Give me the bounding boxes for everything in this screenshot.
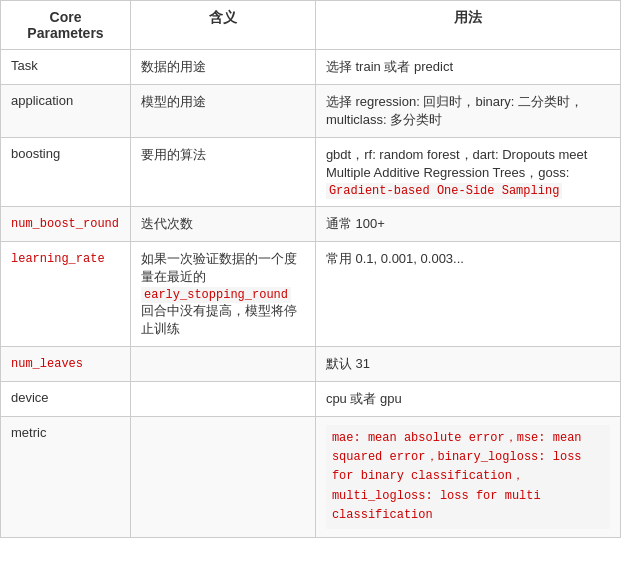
usage-cell: 选择 regression: 回归时，binary: 二分类时，multicla… [315, 85, 620, 138]
meaning-cell: 迭代次数 [130, 207, 315, 242]
usage-cell: gbdt，rf: random forest，dart: Dropouts me… [315, 138, 620, 207]
table-row: application模型的用途选择 regression: 回归时，binar… [1, 85, 621, 138]
param-cell: metric [1, 417, 131, 538]
param-name-code: num_leaves [11, 357, 83, 371]
table-row: boosting要用的算法gbdt，rf: random forest，dart… [1, 138, 621, 207]
meaning-cell [130, 347, 315, 382]
param-cell: learning_rate [1, 242, 131, 347]
param-name-code: num_boost_round [11, 217, 119, 231]
param-cell: Task [1, 50, 131, 85]
goss-code: Gradient-based One-Side Sampling [326, 183, 562, 199]
usage-cell: 默认 31 [315, 347, 620, 382]
header-meaning: 含义 [130, 1, 315, 50]
param-cell: num_boost_round [1, 207, 131, 242]
usage-cell: 通常 100+ [315, 207, 620, 242]
early-stopping-code: early_stopping_round [141, 287, 291, 303]
header-param: Core Parameters [1, 1, 131, 50]
usage-cell: 常用 0.1, 0.001, 0.003... [315, 242, 620, 347]
param-cell: application [1, 85, 131, 138]
table-row: Task数据的用途选择 train 或者 predict [1, 50, 621, 85]
param-cell: num_leaves [1, 347, 131, 382]
param-cell: boosting [1, 138, 131, 207]
usage-cell: mae: mean absolute error，mse: mean squar… [315, 417, 620, 538]
meaning-cell [130, 382, 315, 417]
param-cell: device [1, 382, 131, 417]
table-row: metricmae: mean absolute error，mse: mean… [1, 417, 621, 538]
param-name-code: learning_rate [11, 252, 105, 266]
meaning-cell [130, 417, 315, 538]
table-row: devicecpu 或者 gpu [1, 382, 621, 417]
usage-cell: 选择 train 或者 predict [315, 50, 620, 85]
table-row: num_leaves默认 31 [1, 347, 621, 382]
usage-cell: cpu 或者 gpu [315, 382, 620, 417]
meaning-cell: 要用的算法 [130, 138, 315, 207]
metric-code-block: mae: mean absolute error，mse: mean squar… [326, 425, 610, 529]
table-row: num_boost_round迭代次数通常 100+ [1, 207, 621, 242]
table-row: learning_rate如果一次验证数据的一个度量在最近的early_stop… [1, 242, 621, 347]
meaning-cell: 如果一次验证数据的一个度量在最近的early_stopping_round 回合… [130, 242, 315, 347]
meaning-cell: 数据的用途 [130, 50, 315, 85]
meaning-cell: 模型的用途 [130, 85, 315, 138]
header-usage: 用法 [315, 1, 620, 50]
